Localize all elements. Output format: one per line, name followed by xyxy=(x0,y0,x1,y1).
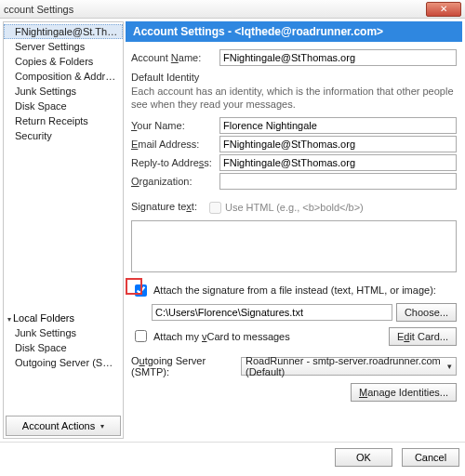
row-your-name: Your Name: xyxy=(131,117,457,134)
dropdown-smtp-value: RoadRunner - smtp-server.roadrunner.com … xyxy=(246,355,444,377)
checkbox-attach-file[interactable] xyxy=(135,284,147,297)
cancel-button[interactable]: Cancel xyxy=(402,448,459,467)
sidebar-item-composition[interactable]: Composition & Addressing xyxy=(4,69,123,84)
use-html-wrapper: Use HTML (e.g., <b>bold</b>) xyxy=(206,199,364,217)
sidebar-item-security[interactable]: Security xyxy=(4,128,123,143)
sidebar-item-local-junk[interactable]: Junk Settings xyxy=(4,325,123,340)
sidebar: FNightingale@St.Thomas.org Server Settin… xyxy=(3,21,124,439)
label-use-html: Use HTML (e.g., <b>bold</b>) xyxy=(225,202,364,213)
sidebar-list: FNightingale@St.Thomas.org Server Settin… xyxy=(4,22,123,414)
input-organization[interactable] xyxy=(219,173,457,190)
input-account-name[interactable] xyxy=(219,49,457,66)
ok-button[interactable]: OK xyxy=(335,448,392,467)
label-organization: Organization: xyxy=(131,176,219,187)
row-organization: Organization: xyxy=(131,173,457,190)
label-account-name: Account Name: xyxy=(131,52,219,63)
row-signature-path: Choose... xyxy=(131,303,457,322)
checkbox-use-html[interactable] xyxy=(209,202,221,214)
label-reply-to: Reply-to Address: xyxy=(131,157,219,168)
label-attach-file: Attach the signature from a file instead… xyxy=(153,284,436,296)
subhead-default-identity: Default Identity xyxy=(131,72,457,83)
label-attach-vcard: Attach my vCard to messages xyxy=(153,331,385,342)
row-manage-identities: Manage Identities... xyxy=(131,383,457,402)
account-actions-label: Account Actions xyxy=(22,420,95,431)
input-your-name[interactable] xyxy=(219,117,457,134)
label-signature-text: Signature text: xyxy=(131,201,206,212)
input-reply-to[interactable] xyxy=(219,154,457,171)
sidebar-item-junk[interactable]: Junk Settings xyxy=(4,84,123,99)
textarea-signature[interactable] xyxy=(131,220,457,272)
row-attach-file: Attach the signature from a file instead… xyxy=(131,282,457,299)
close-button[interactable]: ✕ xyxy=(426,2,461,17)
dropdown-smtp[interactable]: RoadRunner - smtp-server.roadrunner.com … xyxy=(241,357,457,376)
sidebar-item-disk-space[interactable]: Disk Space xyxy=(4,99,123,113)
row-account-name: Account Name: xyxy=(131,49,457,66)
dialog-body: FNightingale@St.Thomas.org Server Settin… xyxy=(0,19,465,442)
highlight-attach-checkbox xyxy=(131,282,150,299)
input-email[interactable] xyxy=(219,136,457,152)
choose-button[interactable]: Choose... xyxy=(396,303,457,322)
checkbox-attach-vcard[interactable] xyxy=(135,330,147,342)
row-email: Email Address: xyxy=(131,136,457,152)
window-title: ccount Settings xyxy=(4,4,426,15)
content-body: Account Name: Default Identity Each acco… xyxy=(126,42,462,405)
row-reply-to: Reply-to Address: xyxy=(131,154,457,171)
content-header: Account Settings - <lqthede@roadrunner.c… xyxy=(126,21,462,42)
content-pane: Account Settings - <lqthede@roadrunner.c… xyxy=(126,21,462,439)
row-vcard: Attach my vCard to messages Edit Card... xyxy=(131,327,457,346)
row-signature-text: Signature text: Use HTML (e.g., <b>bold<… xyxy=(131,197,457,217)
account-actions-button[interactable]: Account Actions xyxy=(6,416,121,436)
manage-identities-button[interactable]: Manage Identities... xyxy=(351,383,457,402)
sidebar-item-server-settings[interactable]: Server Settings xyxy=(4,39,123,54)
desc-identity: Each account has an identity, which is t… xyxy=(131,85,457,112)
label-smtp: Outgoing Server (SMTP): xyxy=(131,355,241,377)
sidebar-item-account[interactable]: FNightingale@St.Thomas.org xyxy=(4,24,123,39)
input-signature-path[interactable] xyxy=(152,304,392,321)
sidebar-item-local-disk[interactable]: Disk Space xyxy=(4,340,123,355)
label-email: Email Address: xyxy=(131,139,219,150)
sidebar-item-smtp[interactable]: Outgoing Server (SMTP) xyxy=(4,355,123,370)
sidebar-spacer xyxy=(4,143,123,311)
sidebar-item-copies-folders[interactable]: Copies & Folders xyxy=(4,54,123,69)
label-your-name: Your Name: xyxy=(131,120,219,131)
row-smtp: Outgoing Server (SMTP): RoadRunner - smt… xyxy=(131,355,457,377)
sidebar-group-local-folders[interactable]: Local Folders xyxy=(4,311,123,325)
titlebar: ccount Settings ✕ xyxy=(0,0,465,19)
sidebar-item-return-receipts[interactable]: Return Receipts xyxy=(4,113,123,128)
dialog-footer: OK Cancel xyxy=(0,442,465,472)
edit-card-button[interactable]: Edit Card... xyxy=(389,327,457,346)
